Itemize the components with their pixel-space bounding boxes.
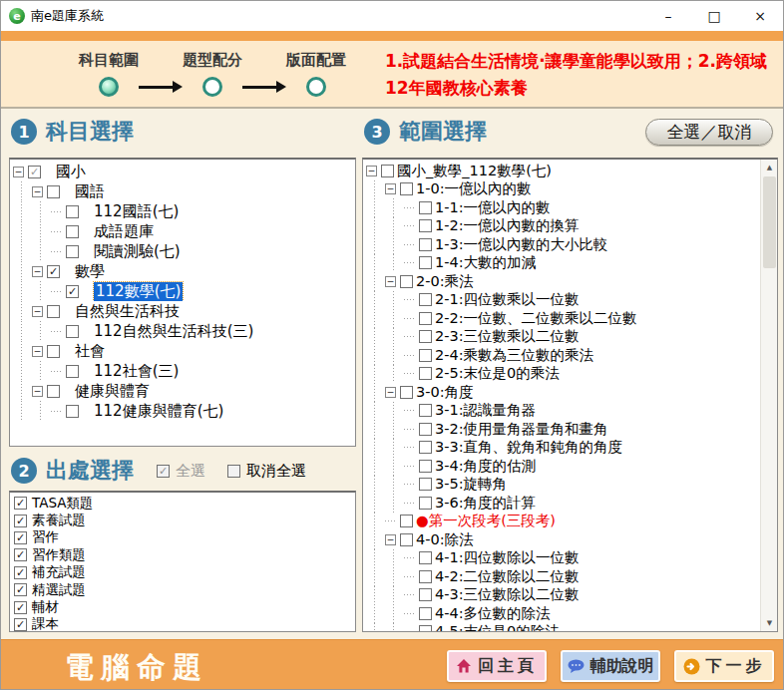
tree-item[interactable]: 3-5:旋轉角 xyxy=(366,476,760,495)
tree-checkbox[interactable] xyxy=(419,404,432,417)
tree-item[interactable]: −4-0:除法 xyxy=(366,530,760,549)
scrollbar[interactable]: ▲ ▼ xyxy=(760,160,777,631)
list-checkbox[interactable]: ✓ xyxy=(14,531,27,544)
next-button[interactable]: 下一步 xyxy=(674,650,774,682)
tree-item[interactable]: 1-2:一億以內數的換算 xyxy=(366,217,760,236)
list-checkbox[interactable]: ✓ xyxy=(14,515,27,527)
tree-item[interactable]: 2-2:一位數、二位數乘以二位數 xyxy=(366,309,760,328)
source-list-item[interactable]: ✓精選試題 xyxy=(14,581,355,598)
tree-checkbox[interactable] xyxy=(47,385,60,398)
expand-toggle-icon[interactable]: − xyxy=(32,386,43,397)
expand-toggle-icon[interactable]: − xyxy=(32,186,43,197)
source-list-item[interactable]: ✓TASA類題 xyxy=(14,495,355,512)
expand-toggle-icon[interactable]: − xyxy=(13,167,24,177)
list-checkbox[interactable]: ✓ xyxy=(14,583,27,596)
tree-item[interactable]: 4-1:四位數除以一位數 xyxy=(366,549,760,568)
tree-item[interactable]: 112國語(七) xyxy=(13,201,355,221)
tree-item[interactable]: 3-2:使用量角器量角和畫角 xyxy=(366,420,760,439)
tree-checkbox[interactable] xyxy=(419,367,432,380)
tree-item[interactable]: 4-3:三位數除以二位數 xyxy=(366,586,760,605)
scroll-down-icon[interactable]: ▼ xyxy=(761,615,778,631)
tree-item[interactable]: −社會 xyxy=(13,341,355,361)
source-list-item[interactable]: ✓習作類題 xyxy=(14,546,355,563)
tree-checkbox[interactable] xyxy=(400,533,413,546)
expand-toggle-icon[interactable]: − xyxy=(385,387,396,398)
select-all-checkbox[interactable]: ✓ 全選 xyxy=(157,462,205,481)
list-checkbox[interactable]: ✓ xyxy=(14,601,27,614)
tree-checkbox[interactable] xyxy=(400,515,413,527)
expand-toggle-icon[interactable]: − xyxy=(32,346,43,357)
expand-toggle-icon[interactable]: − xyxy=(385,183,396,194)
tree-item[interactable]: 1-4:大數的加減 xyxy=(366,254,760,273)
tree-checkbox[interactable] xyxy=(419,588,432,601)
tree-checkbox[interactable] xyxy=(400,182,413,195)
tree-item[interactable]: −✓國小 xyxy=(13,162,355,181)
tree-item[interactable]: 1-1:一億以內的數 xyxy=(366,198,760,217)
tree-item[interactable]: 1-3:一億以內數的大小比較 xyxy=(366,235,760,254)
list-checkbox[interactable]: ✓ xyxy=(14,497,27,510)
scrollbar-thumb[interactable] xyxy=(763,176,776,268)
tree-item[interactable]: −3-0:角度 xyxy=(366,383,760,402)
tree-item[interactable]: −國語 xyxy=(13,181,355,201)
tree-item[interactable]: 2-4:乘數為三位數的乘法 xyxy=(366,346,760,365)
tree-checkbox[interactable] xyxy=(419,312,432,325)
tree-item[interactable]: −1-0:一億以內的數 xyxy=(366,180,760,199)
source-list-item[interactable]: ✓輔材 xyxy=(14,598,355,615)
tree-checkbox[interactable] xyxy=(419,625,432,632)
expand-toggle-icon[interactable]: − xyxy=(32,266,43,277)
tree-checkbox[interactable] xyxy=(66,325,79,338)
select-toggle-button[interactable]: 全選／取消 xyxy=(645,119,773,146)
tree-checkbox[interactable]: ✓ xyxy=(28,166,41,178)
source-list-item[interactable]: ✓課本 xyxy=(14,616,355,632)
tree-checkbox[interactable] xyxy=(419,349,432,362)
tree-item[interactable]: 112自然與生活科技(三) xyxy=(13,321,355,341)
tree-checkbox[interactable] xyxy=(66,245,79,258)
checkbox-icon[interactable]: ✓ xyxy=(157,465,170,478)
source-list-item[interactable]: ✓習作 xyxy=(14,529,355,546)
tree-checkbox[interactable] xyxy=(47,305,60,318)
tree-checkbox[interactable] xyxy=(419,478,432,491)
tree-checkbox[interactable] xyxy=(419,219,432,232)
list-checkbox[interactable]: ✓ xyxy=(14,566,27,579)
tree-checkbox[interactable] xyxy=(419,330,432,343)
tree-item[interactable]: −國小_數學_112數學(七) xyxy=(366,162,760,180)
scroll-up-icon[interactable]: ▲ xyxy=(761,160,778,175)
tree-item[interactable]: −健康與體育 xyxy=(13,381,355,401)
tree-checkbox[interactable] xyxy=(66,365,79,378)
tree-checkbox[interactable]: ✓ xyxy=(66,285,79,298)
minimize-button[interactable]: – xyxy=(645,1,691,31)
tree-checkbox[interactable] xyxy=(419,497,432,510)
tree-item[interactable]: ●第一次段考(三段考) xyxy=(366,513,760,531)
tree-item[interactable]: −✓數學 xyxy=(13,261,355,281)
list-checkbox[interactable]: ✓ xyxy=(14,618,27,631)
tree-checkbox[interactable] xyxy=(419,460,432,473)
source-list-item[interactable]: ✓素養試題 xyxy=(14,512,355,528)
checkbox-icon[interactable] xyxy=(227,465,240,478)
tree-checkbox[interactable] xyxy=(66,405,79,418)
tree-checkbox[interactable] xyxy=(419,551,432,564)
deselect-all-checkbox[interactable]: 取消全選 xyxy=(227,462,306,481)
tree-checkbox[interactable] xyxy=(400,275,413,288)
tree-item[interactable]: 4-4:多位數的除法 xyxy=(366,604,760,623)
source-list-item[interactable]: ✓補充試題 xyxy=(14,564,355,581)
tree-checkbox[interactable] xyxy=(66,205,79,218)
expand-toggle-icon[interactable]: − xyxy=(385,534,396,545)
close-button[interactable]: × xyxy=(737,1,783,31)
tree-checkbox[interactable] xyxy=(419,423,432,436)
tree-checkbox[interactable] xyxy=(66,225,79,238)
tree-item[interactable]: 4-2:二位數除以二位數 xyxy=(366,567,760,586)
tree-checkbox[interactable] xyxy=(419,238,432,251)
list-checkbox[interactable]: ✓ xyxy=(14,548,27,561)
home-button[interactable]: 回主頁 xyxy=(447,650,547,682)
tree-checkbox[interactable] xyxy=(419,441,432,454)
expand-toggle-icon[interactable]: − xyxy=(385,276,396,287)
tree-checkbox[interactable] xyxy=(400,386,413,399)
tree-item[interactable]: ✓112數學(七) xyxy=(13,281,355,301)
tree-item[interactable]: 3-1:認識量角器 xyxy=(366,402,760,421)
tree-item[interactable]: 2-5:末位是0的乘法 xyxy=(366,365,760,384)
maximize-button[interactable]: □ xyxy=(691,1,737,31)
tree-item[interactable]: 成語題庫 xyxy=(13,221,355,241)
tree-checkbox[interactable] xyxy=(419,607,432,620)
tree-checkbox[interactable] xyxy=(419,256,432,269)
tree-item[interactable]: −2-0:乘法 xyxy=(366,272,760,291)
